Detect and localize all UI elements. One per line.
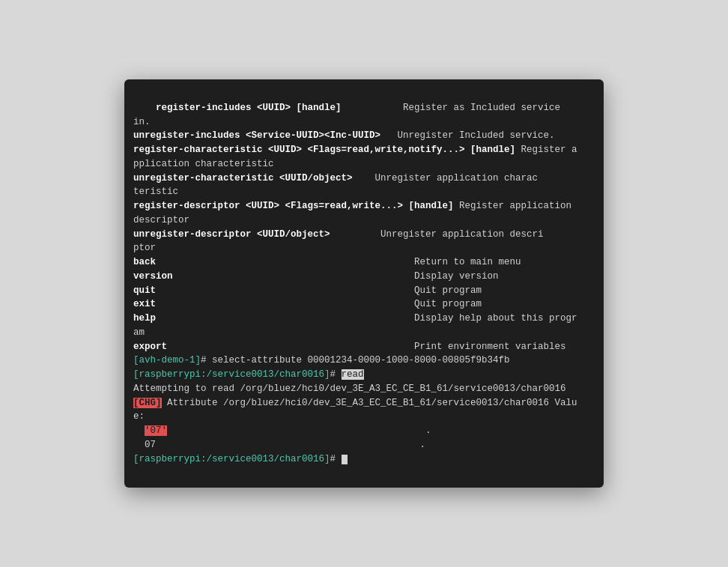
cmd-final: #	[330, 454, 342, 464]
cmd-version: version	[133, 271, 173, 282]
cmd-back: back	[133, 257, 156, 267]
desc-version: Display version	[414, 271, 499, 282]
cmd-unregister-descriptor: unregister-descriptor <UUID/object>	[133, 229, 330, 240]
cmd-export: export	[133, 342, 167, 352]
dot-1: .	[425, 425, 431, 436]
cmd-help: help	[133, 313, 156, 324]
cmd-register-includes: register-includes <UUID> [handle]	[156, 103, 342, 113]
cmd-unregister-characteristic: unregister-characteristic <UUID/object>	[133, 173, 353, 184]
cmd-register-descriptor: register-descriptor <UUID> <Flags=read,w…	[133, 201, 454, 211]
cmd-unregister-includes: unregister-includes <Service-UUID><Inc-U…	[133, 130, 380, 141]
prompt-raspberry-2: [raspberrypi:/service0013/char0016]	[133, 454, 330, 464]
desc-quit: Quit program	[414, 285, 482, 296]
chg-label: [CHG]	[133, 398, 162, 408]
terminal-content: register-includes <UUID> [handle] Regist…	[133, 103, 577, 464]
desc-export: Print environment variables	[414, 342, 566, 352]
read-highlight: read	[342, 369, 364, 380]
terminal-cursor	[342, 455, 348, 464]
prompt-avh: [avh-demo-1]	[133, 355, 201, 366]
cmd-register-characteristic: register-characteristic <UUID> <Flags=re…	[133, 145, 515, 155]
cmd-exit: exit	[133, 299, 156, 309]
value-highlight-1: '07'	[145, 425, 167, 436]
desc-help: Display help about this progr am	[133, 313, 577, 338]
cmd-select-attribute: # select-attribute 00001234-0000-1000-80…	[201, 355, 510, 366]
prompt-raspberry-1: [raspberrypi:/service0013/char0016]	[133, 369, 330, 380]
terminal-window: register-includes <UUID> [handle] Regist…	[124, 79, 604, 488]
desc-unregister-includes: Unregister Included service.	[398, 130, 555, 141]
attempting-read: Attempting to read /org/bluez/hci0/dev_3…	[133, 383, 566, 394]
terminal-body: register-includes <UUID> [handle] Regist…	[124, 79, 604, 488]
desc-back: Return to main menu	[414, 257, 521, 267]
cmd-quit: quit	[133, 285, 156, 296]
desc-exit: Quit program	[414, 299, 482, 309]
dot-2: .	[420, 440, 426, 450]
value-plain: 07	[145, 440, 156, 450]
cmd-read: #	[330, 369, 342, 380]
chg-attribute: Attribute /org/bluez/hci0/dev_3E_A3_EC_C…	[133, 398, 577, 422]
